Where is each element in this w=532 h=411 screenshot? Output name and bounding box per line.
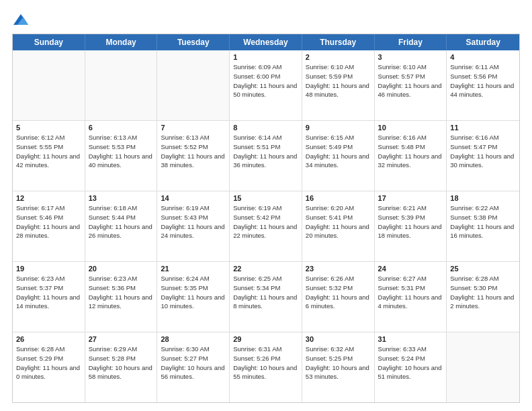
- day-detail: Sunrise: 6:11 AMSunset: 5:56 PMDaylight:…: [450, 62, 516, 99]
- weekday-header-saturday: Saturday: [447, 34, 519, 50]
- day-cell-30: 30Sunrise: 6:32 AMSunset: 5:25 PMDayligh…: [302, 332, 375, 402]
- day-number: 9: [306, 124, 371, 132]
- day-number: 16: [306, 194, 371, 202]
- day-cell-27: 27Sunrise: 6:29 AMSunset: 5:28 PMDayligh…: [85, 332, 158, 402]
- day-cell-28: 28Sunrise: 6:30 AMSunset: 5:27 PMDayligh…: [157, 332, 230, 402]
- day-detail: Sunrise: 6:21 AMSunset: 5:39 PMDaylight:…: [378, 203, 443, 240]
- day-number: 6: [89, 124, 154, 132]
- day-detail: Sunrise: 6:13 AMSunset: 5:52 PMDaylight:…: [161, 133, 226, 170]
- day-cell-17: 17Sunrise: 6:21 AMSunset: 5:39 PMDayligh…: [375, 191, 447, 261]
- calendar: SundayMondayTuesdayWednesdayThursdayFrid…: [12, 34, 520, 403]
- calendar-row-0: 1Sunrise: 6:09 AMSunset: 6:00 PMDaylight…: [13, 50, 519, 121]
- day-number: 4: [450, 53, 516, 61]
- day-cell-5: 5Sunrise: 6:12 AMSunset: 5:55 PMDaylight…: [13, 121, 85, 191]
- day-cell-13: 13Sunrise: 6:18 AMSunset: 5:44 PMDayligh…: [85, 191, 158, 261]
- day-number: 11: [450, 124, 516, 132]
- day-cell-12: 12Sunrise: 6:17 AMSunset: 5:46 PMDayligh…: [13, 191, 85, 261]
- day-detail: Sunrise: 6:25 AMSunset: 5:34 PMDaylight:…: [233, 274, 298, 311]
- day-cell-31: 31Sunrise: 6:33 AMSunset: 5:24 PMDayligh…: [375, 332, 447, 402]
- day-number: 18: [450, 194, 516, 202]
- day-number: 15: [233, 194, 298, 202]
- day-cell-6: 6Sunrise: 6:13 AMSunset: 5:53 PMDaylight…: [85, 121, 158, 191]
- logo: [12, 12, 28, 27]
- calendar-header: SundayMondayTuesdayWednesdayThursdayFrid…: [13, 34, 519, 50]
- day-cell-21: 21Sunrise: 6:24 AMSunset: 5:35 PMDayligh…: [157, 262, 230, 332]
- day-number: 10: [378, 124, 443, 132]
- day-cell-14: 14Sunrise: 6:19 AMSunset: 5:43 PMDayligh…: [157, 191, 230, 261]
- page: SundayMondayTuesdayWednesdayThursdayFrid…: [0, 0, 532, 411]
- weekday-header-sunday: Sunday: [13, 34, 85, 50]
- day-cell-7: 7Sunrise: 6:13 AMSunset: 5:52 PMDaylight…: [157, 121, 230, 191]
- empty-cell-4-6: [447, 332, 519, 402]
- day-cell-15: 15Sunrise: 6:19 AMSunset: 5:42 PMDayligh…: [230, 191, 302, 261]
- day-cell-11: 11Sunrise: 6:16 AMSunset: 5:47 PMDayligh…: [447, 121, 519, 191]
- day-detail: Sunrise: 6:32 AMSunset: 5:25 PMDaylight:…: [306, 345, 371, 381]
- day-detail: Sunrise: 6:16 AMSunset: 5:48 PMDaylight:…: [378, 133, 443, 170]
- day-cell-19: 19Sunrise: 6:23 AMSunset: 5:37 PMDayligh…: [13, 262, 85, 332]
- day-detail: Sunrise: 6:10 AMSunset: 5:57 PMDaylight:…: [378, 62, 443, 99]
- day-cell-10: 10Sunrise: 6:16 AMSunset: 5:48 PMDayligh…: [375, 121, 447, 191]
- day-detail: Sunrise: 6:23 AMSunset: 5:36 PMDaylight:…: [89, 274, 154, 311]
- day-cell-2: 2Sunrise: 6:10 AMSunset: 5:59 PMDaylight…: [302, 50, 375, 120]
- day-detail: Sunrise: 6:28 AMSunset: 5:30 PMDaylight:…: [450, 274, 516, 311]
- day-number: 24: [378, 265, 443, 273]
- weekday-header-monday: Monday: [85, 34, 158, 50]
- day-cell-29: 29Sunrise: 6:31 AMSunset: 5:26 PMDayligh…: [230, 332, 302, 402]
- day-detail: Sunrise: 6:16 AMSunset: 5:47 PMDaylight:…: [450, 133, 516, 170]
- day-number: 5: [16, 124, 81, 132]
- day-detail: Sunrise: 6:12 AMSunset: 5:55 PMDaylight:…: [16, 133, 81, 170]
- day-detail: Sunrise: 6:10 AMSunset: 5:59 PMDaylight:…: [306, 62, 371, 99]
- calendar-row-4: 26Sunrise: 6:28 AMSunset: 5:29 PMDayligh…: [13, 332, 519, 402]
- day-number: 21: [161, 265, 226, 273]
- day-detail: Sunrise: 6:15 AMSunset: 5:49 PMDaylight:…: [306, 133, 371, 170]
- day-detail: Sunrise: 6:24 AMSunset: 5:35 PMDaylight:…: [161, 274, 226, 311]
- day-detail: Sunrise: 6:14 AMSunset: 5:51 PMDaylight:…: [233, 133, 298, 170]
- logo-text: [12, 12, 28, 27]
- day-number: 20: [89, 265, 154, 273]
- day-number: 8: [233, 124, 298, 132]
- empty-cell-0-1: [85, 50, 158, 120]
- day-cell-20: 20Sunrise: 6:23 AMSunset: 5:36 PMDayligh…: [85, 262, 158, 332]
- weekday-header-friday: Friday: [375, 34, 447, 50]
- day-cell-25: 25Sunrise: 6:28 AMSunset: 5:30 PMDayligh…: [447, 262, 519, 332]
- day-cell-24: 24Sunrise: 6:27 AMSunset: 5:31 PMDayligh…: [375, 262, 447, 332]
- day-cell-16: 16Sunrise: 6:20 AMSunset: 5:41 PMDayligh…: [302, 191, 375, 261]
- day-cell-4: 4Sunrise: 6:11 AMSunset: 5:56 PMDaylight…: [447, 50, 519, 120]
- day-cell-1: 1Sunrise: 6:09 AMSunset: 6:00 PMDaylight…: [230, 50, 302, 120]
- weekday-header-thursday: Thursday: [302, 34, 375, 50]
- day-number: 23: [306, 265, 371, 273]
- day-detail: Sunrise: 6:19 AMSunset: 5:42 PMDaylight:…: [233, 203, 298, 240]
- day-number: 13: [89, 194, 154, 202]
- day-detail: Sunrise: 6:31 AMSunset: 5:26 PMDaylight:…: [233, 345, 298, 381]
- day-number: 17: [378, 194, 443, 202]
- day-number: 12: [16, 194, 81, 202]
- calendar-row-2: 12Sunrise: 6:17 AMSunset: 5:46 PMDayligh…: [13, 191, 519, 262]
- day-detail: Sunrise: 6:17 AMSunset: 5:46 PMDaylight:…: [16, 203, 81, 240]
- day-detail: Sunrise: 6:18 AMSunset: 5:44 PMDaylight:…: [89, 203, 154, 240]
- weekday-header-wednesday: Wednesday: [230, 34, 302, 50]
- day-cell-26: 26Sunrise: 6:28 AMSunset: 5:29 PMDayligh…: [13, 332, 85, 402]
- day-cell-9: 9Sunrise: 6:15 AMSunset: 5:49 PMDaylight…: [302, 121, 375, 191]
- day-detail: Sunrise: 6:19 AMSunset: 5:43 PMDaylight:…: [161, 203, 226, 240]
- day-number: 3: [378, 53, 443, 61]
- logo-icon: [13, 12, 28, 27]
- day-cell-18: 18Sunrise: 6:22 AMSunset: 5:38 PMDayligh…: [447, 191, 519, 261]
- day-number: 29: [233, 335, 298, 343]
- weekday-header-tuesday: Tuesday: [157, 34, 230, 50]
- day-detail: Sunrise: 6:22 AMSunset: 5:38 PMDaylight:…: [450, 203, 516, 240]
- day-number: 27: [89, 335, 154, 343]
- day-number: 1: [233, 53, 298, 61]
- day-number: 26: [16, 335, 81, 343]
- day-cell-22: 22Sunrise: 6:25 AMSunset: 5:34 PMDayligh…: [230, 262, 302, 332]
- day-number: 14: [161, 194, 226, 202]
- day-number: 31: [378, 335, 443, 343]
- day-detail: Sunrise: 6:26 AMSunset: 5:32 PMDaylight:…: [306, 274, 371, 311]
- day-detail: Sunrise: 6:33 AMSunset: 5:24 PMDaylight:…: [378, 345, 443, 381]
- header: [12, 12, 520, 27]
- day-cell-23: 23Sunrise: 6:26 AMSunset: 5:32 PMDayligh…: [302, 262, 375, 332]
- day-number: 22: [233, 265, 298, 273]
- day-number: 2: [306, 53, 371, 61]
- day-number: 19: [16, 265, 81, 273]
- empty-cell-0-0: [13, 50, 85, 120]
- day-number: 25: [450, 265, 516, 273]
